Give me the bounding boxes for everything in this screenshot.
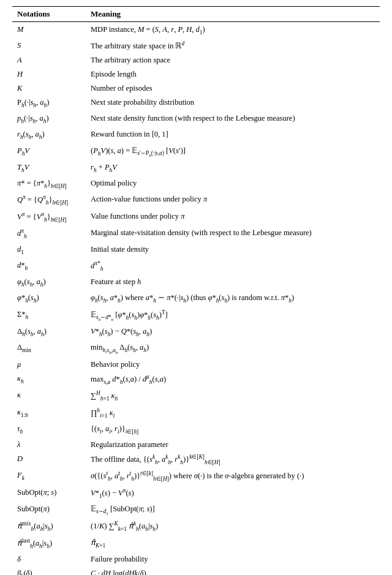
- notation-cell: κ1:h: [12, 405, 86, 421]
- meaning-cell: {(si, ai, ri)}i∈[h]: [86, 421, 380, 437]
- table-row: AThe arbitrary action space: [12, 53, 380, 67]
- table-row: ThVrh + PhV: [12, 160, 380, 176]
- table-row: π* = {π*h}h∈[H]Optimal policy: [12, 176, 380, 192]
- table-row: Qπ = {Qπh}h∈[H]Action-value functions un…: [12, 192, 380, 209]
- notation-cell: S: [12, 38, 86, 53]
- table-row: κ1:h∏hi=1 κi: [12, 405, 380, 421]
- notation-cell: Vπ = {Vπh}h∈[H]: [12, 209, 86, 225]
- meaning-cell: Action-value functions under policy π: [86, 192, 380, 209]
- table-row: βk(δ)C · dH log(dHk/δ): [12, 566, 380, 575]
- meaning-cell: C · dH log(dHk/δ): [86, 566, 380, 575]
- meaning-cell: 𝔼s∼d1 [SubOpt(π; s)]: [86, 502, 380, 519]
- table-row: DThe offline data, {(skh, akh, rkh)}k∈[K…: [12, 452, 380, 468]
- table-row: SubOpt(π; s)V*1(s) − Vπ(s): [12, 485, 380, 502]
- notation-cell: Σ*h: [12, 307, 86, 325]
- meaning-cell: Number of episodes: [86, 81, 380, 96]
- meaning-cell: V*1(s) − Vπ(s): [86, 485, 380, 502]
- notation-cell: dπh: [12, 225, 86, 242]
- table-row: δFailure probability: [12, 552, 380, 566]
- notation-cell: π̂lasth(ah|sh): [12, 535, 86, 552]
- meaning-cell: minh,sh,ah Δh(sh, ah): [86, 340, 380, 358]
- notation-cell: φh(sh, ah): [12, 275, 86, 291]
- meaning-cell: Initial state density: [86, 242, 380, 258]
- notation-cell: H: [12, 67, 86, 81]
- meaning-cell: Reward function in [0, 1]: [86, 127, 380, 143]
- notation-cell: Qπ = {Qπh}h∈[H]: [12, 192, 86, 209]
- table-row: π̂mixh(ah|sh)(1/K) ∑Kk=1 π̂kh(ah|sh): [12, 519, 380, 535]
- table-row: SThe arbitrary state space in ℝd: [12, 38, 380, 53]
- meaning-cell: rh + PhV: [86, 160, 380, 176]
- table-row: d*hdπ*h: [12, 258, 380, 275]
- meaning-cell: Marginal state-visitation density (with …: [86, 225, 380, 242]
- notation-cell: ThV: [12, 160, 86, 176]
- table-row: λRegularization parameter: [12, 437, 380, 451]
- table-row: Δh(sh, ah)V*h(sh) − Q*(sh, ah): [12, 325, 380, 340]
- notation-cell: Δmin: [12, 340, 86, 358]
- meaning-cell: 𝔼sh∼d*h [φ*h(sh)φ*h(sh)T]: [86, 307, 380, 325]
- notation-cell: λ: [12, 437, 86, 451]
- notation-cell: A: [12, 53, 86, 67]
- meaning-cell: The arbitrary state space in ℝd: [86, 38, 380, 53]
- table-row: SubOpt(π)𝔼s∼d1 [SubOpt(π; s)]: [12, 502, 380, 519]
- notations-header: Notations: [12, 7, 86, 22]
- notation-cell: φ*h(sh): [12, 291, 86, 307]
- notation-cell: μ: [12, 357, 86, 371]
- table-row: MMDP instance, M = (S, A, r, P, H, d1): [12, 22, 380, 39]
- meaning-cell: (PhV)(s, a) = 𝔼s′∼Ph(·|s,a) [V(s′)]: [86, 143, 380, 160]
- meaning-cell: (1/K) ∑Kk=1 π̂kh(ah|sh): [86, 519, 380, 535]
- table-row: Vπ = {Vπh}h∈[H]Value functions under pol…: [12, 209, 380, 225]
- notation-cell: Δh(sh, ah): [12, 325, 86, 340]
- notation-cell: ph(·|sh, ah): [12, 111, 86, 127]
- meaning-cell: Value functions under policy π: [86, 209, 380, 225]
- notation-cell: κh: [12, 372, 86, 388]
- notation-cell: M: [12, 22, 86, 39]
- notation-cell: SubOpt(π): [12, 502, 86, 519]
- table-row: τh{(si, ai, ri)}i∈[h]: [12, 421, 380, 437]
- table-row: φ*h(sh)φh(sh, a*h) where a*h ∼ π*(·|sh) …: [12, 291, 380, 307]
- table-row: ph(·|sh, ah)Next state density function …: [12, 111, 380, 127]
- table-row: φh(sh, ah)Feature at step h: [12, 275, 380, 291]
- table-row: π̂lasth(ah|sh)π̂K+1: [12, 535, 380, 552]
- notation-cell: τh: [12, 421, 86, 437]
- meaning-cell: The offline data, {(skh, akh, rkh)}k∈[K]…: [86, 452, 380, 468]
- table-row: κ∑Hh=1 κh: [12, 388, 380, 405]
- notation-cell: d*h: [12, 258, 86, 275]
- table-row: Δminminh,sh,ah Δh(sh, ah): [12, 340, 380, 358]
- table-row: rh(sh, ah)Reward function in [0, 1]: [12, 127, 380, 143]
- notation-cell: PhV: [12, 143, 86, 160]
- table-row: Ph(·|sh, ah)Next state probability distr…: [12, 96, 380, 111]
- table-row: Σ*h𝔼sh∼d*h [φ*h(sh)φ*h(sh)T]: [12, 307, 380, 325]
- meaning-cell: ∑Hh=1 κh: [86, 388, 380, 405]
- meaning-cell: Next state probability distribution: [86, 96, 380, 111]
- notation-cell: Fk: [12, 468, 86, 485]
- notation-cell: Ph(·|sh, ah): [12, 96, 86, 111]
- meaning-cell: Failure probability: [86, 552, 380, 566]
- notations-table: Notations Meaning MMDP instance, M = (S,…: [12, 6, 380, 575]
- meaning-cell: π̂K+1: [86, 535, 380, 552]
- notation-cell: D: [12, 452, 86, 468]
- notation-cell: d1: [12, 242, 86, 258]
- meaning-cell: ∏hi=1 κi: [86, 405, 380, 421]
- notation-cell: K: [12, 81, 86, 96]
- meaning-cell: φh(sh, a*h) where a*h ∼ π*(·|sh) (thus φ…: [86, 291, 380, 307]
- notation-cell: SubOpt(π; s): [12, 485, 86, 502]
- notation-cell: π̂mixh(ah|sh): [12, 519, 86, 535]
- notation-cell: π* = {π*h}h∈[H]: [12, 176, 86, 192]
- meaning-cell: V*h(sh) − Q*(sh, ah): [86, 325, 380, 340]
- notation-cell: rh(sh, ah): [12, 127, 86, 143]
- table-row: HEpisode length: [12, 67, 380, 81]
- meaning-cell: Episode length: [86, 67, 380, 81]
- table-row: KNumber of episodes: [12, 81, 380, 96]
- meaning-cell: maxs,a d*h(s,a) / dμh(s,a): [86, 372, 380, 388]
- meaning-cell: Behavior policy: [86, 357, 380, 371]
- meaning-cell: dπ*h: [86, 258, 380, 275]
- meaning-cell: Optimal policy: [86, 176, 380, 192]
- meaning-header: Meaning: [86, 7, 380, 22]
- notation-cell: δ: [12, 552, 86, 566]
- notation-cell: βk(δ): [12, 566, 86, 575]
- meaning-cell: Feature at step h: [86, 275, 380, 291]
- meaning-cell: MDP instance, M = (S, A, r, P, H, d1): [86, 22, 380, 39]
- table-row: Fkσ({(sth, ath, rth)}t∈[k]h∈[H]) where σ…: [12, 468, 380, 485]
- table-row: d1Initial state density: [12, 242, 380, 258]
- meaning-cell: The arbitrary action space: [86, 53, 380, 67]
